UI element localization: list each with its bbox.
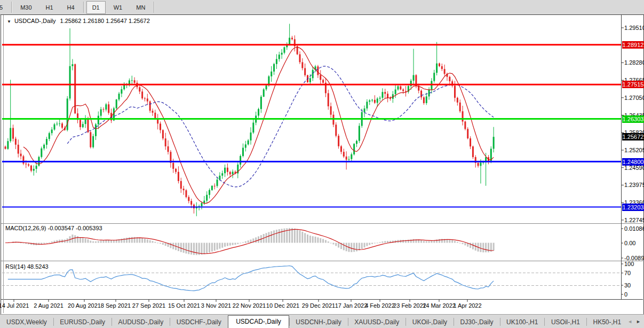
chart-header: ▼USDCAD-,Daily1.25862 1.26180 1.25647 1.…: [7, 18, 150, 24]
scroll-right-icon[interactable]: ►: [636, 319, 641, 324]
price-tick-label: 1.27050: [624, 95, 644, 101]
tab-uk100-h1[interactable]: UK100-,H1: [500, 316, 544, 328]
macd-axis-label: 0.00: [624, 240, 635, 246]
date-tick-label: 23 Feb 2022: [393, 302, 426, 309]
tab-ukoil-daily[interactable]: UKOil-,Daily: [406, 316, 454, 328]
date-tick-label: 22 Nov 2021: [233, 302, 266, 309]
chevron-down-icon: ▼: [7, 19, 11, 24]
price-tick-label: 1.23975: [624, 182, 644, 188]
timeframe-button-h1[interactable]: H1: [40, 1, 59, 14]
tab-usdcad-daily[interactable]: USDCAD-,Daily: [228, 315, 289, 328]
rsi-axis-label: 30: [624, 282, 631, 288]
scroll-left-icon[interactable]: ◄: [627, 319, 632, 324]
timeframe-button-mn[interactable]: MN: [130, 1, 151, 14]
tab-eurusd-daily[interactable]: EURUSD-,Daily: [53, 316, 112, 328]
tab-usdchf-daily[interactable]: USDCHF-,Daily: [170, 316, 228, 328]
symbol-period-label: USDCAD-,Daily: [14, 18, 56, 24]
timeframe-button-h4[interactable]: H4: [61, 1, 81, 14]
tab-usdx-weekly[interactable]: USDX,Weekly: [0, 316, 53, 328]
price-tick-label: 1.22745: [624, 217, 644, 223]
rsi-label: RSI(14) 48.5243: [5, 263, 49, 270]
trading-terminal-window: 5M30H1H4D1W1MN ▼USDCAD-,Daily1.25862 1.2…: [0, 0, 644, 328]
rsi-axis-label: 0: [624, 291, 627, 298]
date-tick-label: 14 Jul 2021: [0, 302, 29, 309]
rsi-axis-label: 70: [624, 270, 631, 276]
level-price-badge: 1.26303: [622, 115, 644, 123]
toolbar-separator: [11, 2, 12, 13]
level-price-badge: 1.28912: [622, 41, 644, 49]
price-tick-label: 1.29510: [624, 25, 644, 31]
date-tick-label: 20 Aug 2021: [68, 302, 101, 309]
symbol-tabbar: USDX,WeeklyEURUSD-,DailyAUDUSD-,DailyUSD…: [0, 314, 644, 328]
tab-usoil-h1[interactable]: USOil-,H1: [545, 316, 586, 328]
date-tick-label: 27 Sep 2021: [132, 302, 165, 309]
date-tick-label: 17 Jan 2022: [335, 302, 368, 309]
macd-label: MACD(12,26,9) -0.003547 -0.005393: [5, 225, 102, 231]
tab-usdcnh-daily[interactable]: USDCNH-,Daily: [289, 316, 347, 328]
price-tick-label: 1.28280: [624, 59, 644, 66]
date-tick-label: 3 Nov 2021: [201, 302, 231, 309]
tab-hk50-h1[interactable]: HK50-,H1: [586, 316, 627, 328]
date-tick-label: 10 Dec 2021: [266, 302, 299, 309]
rsi-axis-label: 100: [624, 261, 634, 267]
date-tick-label: 1 Apr 2022: [453, 302, 481, 309]
chart-window: [1, 14, 644, 315]
timeframe-button-m30[interactable]: M30: [14, 1, 37, 14]
date-tick-label: 14 Mar 2022: [423, 302, 456, 309]
tab-scroll-controls: ◄►: [627, 319, 644, 324]
current-price-badge: 1.25672: [622, 133, 644, 140]
toolbar-separator: [154, 2, 154, 13]
macd-axis-label: 0.010865: [624, 225, 644, 232]
date-tick-label: 8 Sep 2021: [101, 302, 131, 309]
timeframe-toolbar: 5M30H1H4D1W1MN: [0, 0, 644, 15]
timeframe-button-d1[interactable]: D1: [86, 1, 106, 14]
timeframe-button-5[interactable]: 5: [0, 1, 9, 14]
toolbar-separator: [83, 2, 84, 13]
date-tick-label: 4 Feb 2022: [365, 302, 395, 309]
tab-dj30-daily[interactable]: DJ30-,Daily: [454, 316, 500, 328]
date-tick-label: 2 Aug 2021: [34, 302, 63, 309]
timeframe-button-w1[interactable]: W1: [108, 1, 129, 14]
price-tick-label: 1.25205: [624, 147, 644, 153]
level-price-badge: 1.23203: [622, 204, 644, 211]
ohlc-quote-label: 1.25862 1.26180 1.25647 1.25672: [60, 18, 150, 24]
tab-xauusd-daily[interactable]: XAUUSD-,Daily: [348, 316, 406, 328]
level-price-badge: 1.24800: [622, 158, 644, 166]
tab-audusd-daily[interactable]: AUDUSD-,Daily: [112, 316, 170, 328]
date-tick-label: 15 Oct 2021: [168, 302, 200, 309]
level-price-badge: 1.27515: [622, 81, 644, 88]
date-tick-label: 29 Dec 2021: [302, 302, 335, 309]
